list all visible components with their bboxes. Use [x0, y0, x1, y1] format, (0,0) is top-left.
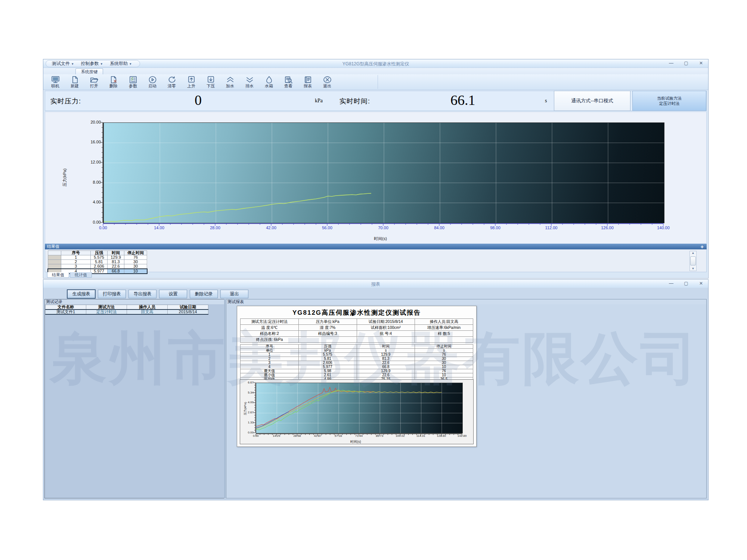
- table-cell: 22.6: [357, 373, 415, 377]
- info-cell: 增压速率:6kPa/min: [415, 325, 473, 331]
- window-controls: — ▢ ✕: [668, 281, 704, 286]
- pressure-label: 实时压力:: [50, 97, 81, 106]
- info-cell: 湿 度:7%: [298, 325, 357, 331]
- table-cell: 1: [241, 353, 299, 357]
- water-drop-icon: [264, 76, 274, 84]
- tab-results[interactable]: 结果值: [47, 272, 69, 278]
- delete-file-icon: [109, 76, 118, 84]
- toolbar-button-label: 删除: [109, 84, 118, 88]
- results-header-label: 结果值: [47, 244, 59, 249]
- report-button[interactable]: 导出报表: [128, 290, 156, 298]
- table-row: 25.8181.330: [241, 357, 473, 361]
- table-cell: 5.81: [298, 357, 357, 361]
- table-cell: 最大值: [241, 369, 299, 373]
- table-cell: 5.98: [298, 369, 357, 373]
- toolbar-button-open-folder[interactable]: 打开: [86, 75, 102, 89]
- table-cell: 30: [415, 361, 473, 365]
- test-records-panel: 测试记录 文件名称测试方法操作人员试验日期测试文件1定压计时法田文高2015/8…: [44, 299, 224, 498]
- table-cell: 2.606: [298, 361, 357, 365]
- toolbar-button-arrow-up-box[interactable]: 上升: [183, 75, 199, 89]
- toolbar-button-label: 下压: [207, 84, 215, 88]
- table-cell: 3: [61, 264, 91, 269]
- info-cell: [357, 337, 415, 343]
- table-row[interactable]: 32.60622.630: [48, 264, 147, 269]
- toolbar-button-chevrons-up[interactable]: 加水: [222, 75, 238, 89]
- maximize-button[interactable]: ▢: [683, 60, 689, 66]
- report-button[interactable]: 退出: [220, 290, 248, 298]
- info-cell: 批 号:4: [357, 331, 415, 337]
- report-button[interactable]: 设置: [159, 290, 187, 298]
- report-button[interactable]: 生成报表: [67, 290, 95, 298]
- report-button[interactable]: 删除记录: [190, 290, 218, 298]
- table-cell: 30: [124, 260, 147, 264]
- toolbar-button-exit-circle[interactable]: 退出: [319, 75, 335, 89]
- report-info-table: 测试方法:定压计时法压力单位:kPa试验日期:2015/8/14操作人员:田文高…: [240, 318, 473, 343]
- main-chart-xlabel: 时间(s): [374, 236, 387, 242]
- report-button[interactable]: 打印报表: [98, 290, 126, 298]
- info-cell: 温 度:6℃: [241, 325, 299, 331]
- results-scrollbar[interactable]: ▲ ▼: [689, 251, 697, 271]
- exit-circle-icon: [323, 76, 332, 84]
- parameters-list-icon: [128, 76, 138, 84]
- table-cell: 81.3: [357, 357, 415, 361]
- minimize-button[interactable]: —: [668, 281, 675, 286]
- table-cell: 4: [241, 365, 299, 369]
- test-method-button[interactable]: 当前试验方法 定压计时法: [632, 91, 706, 111]
- monitor-icon: [51, 76, 60, 84]
- scroll-down-icon[interactable]: ▼: [692, 267, 695, 271]
- table-cell: 2015/8/14: [168, 309, 208, 314]
- table-row: 45.97766.810: [241, 365, 473, 369]
- column-header: 时间: [108, 251, 124, 255]
- table-row[interactable]: 15.575129.976: [48, 255, 147, 260]
- close-button[interactable]: ✕: [698, 281, 704, 286]
- toolbar-button-label: 启动: [148, 84, 156, 88]
- close-button[interactable]: ✕: [698, 60, 704, 66]
- panel-splitter[interactable]: [224, 299, 226, 498]
- table-row: 最小值2.6122.610: [241, 373, 473, 377]
- toolbar-button-delete-file[interactable]: 删除: [105, 75, 122, 89]
- table-row[interactable]: 25.8181.330: [48, 260, 147, 264]
- toolbar-divider: [378, 75, 378, 89]
- table-cell: 5.575: [298, 353, 357, 357]
- table-cell: 单位: [241, 349, 299, 353]
- pin-icon[interactable]: ✚: [701, 244, 704, 250]
- toolbar-button-new-file[interactable]: 新建: [66, 75, 83, 89]
- tab-statistics[interactable]: 统计值: [70, 272, 92, 278]
- table-cell: 22.6: [357, 361, 415, 365]
- scrollbar-thumb[interactable]: [690, 256, 696, 265]
- table-header-row: 序号压强时间停止时间: [48, 251, 147, 255]
- toolbar-button-reset-arrow[interactable]: 清零: [164, 75, 180, 89]
- table-cell: 76: [124, 255, 147, 260]
- toolbar-button-view-search[interactable]: 查看: [280, 75, 297, 89]
- table-cell: 2.61: [298, 373, 357, 377]
- comm-mode-button[interactable]: 通讯方式--串口模式: [554, 91, 630, 111]
- info-cell: 试样面积:100cm²: [357, 325, 415, 331]
- toolbar-button-water-drop[interactable]: 水箱: [261, 75, 277, 89]
- toolbar-button-label: 上升: [187, 84, 195, 88]
- arrow-down-box-icon: [206, 76, 216, 84]
- toolbar-button-play-circle[interactable]: 启动: [144, 75, 161, 89]
- chevrons-up-icon: [226, 76, 235, 84]
- table-row: 32.60622.630: [241, 361, 473, 365]
- main-window-title: YG812G型高压伺服渗水性测定仪: [43, 61, 708, 67]
- toolbar-button-parameters-list[interactable]: 参数: [125, 75, 141, 89]
- info-row: 样品名称:2样品编号:3批 号:4样 数:5: [241, 331, 473, 337]
- table-header-row: 序号压强时间停止时间: [241, 345, 473, 349]
- table-cell: kPa: [298, 349, 357, 353]
- column-header: 试验日期: [168, 305, 208, 310]
- minimize-button[interactable]: —: [668, 60, 675, 66]
- toolbar-button-report-book[interactable]: 报表: [300, 75, 316, 89]
- play-circle-icon: [148, 76, 157, 84]
- pressure-unit: kPa: [315, 98, 323, 104]
- toolbar-button-chevrons-down[interactable]: 排水: [241, 75, 258, 89]
- toolbar-button-monitor[interactable]: 联机: [47, 75, 63, 89]
- toolbar-button-label: 查看: [284, 84, 292, 88]
- toolbar-button-arrow-down-box[interactable]: 下压: [202, 75, 219, 89]
- maximize-button[interactable]: ▢: [683, 281, 689, 286]
- table-cell: 定压计时法: [86, 309, 127, 314]
- tab-system-keys[interactable]: 系统按键: [75, 68, 103, 75]
- info-cell: 操作人员:田文高: [415, 319, 473, 325]
- record-row[interactable]: 测试文件1定压计时法田文高2015/8/14: [46, 309, 208, 314]
- scroll-up-icon[interactable]: ▲: [692, 251, 695, 255]
- info-row: 测试方法:定压计时法压力单位:kPa试验日期:2015/8/14操作人员:田文高: [241, 319, 473, 325]
